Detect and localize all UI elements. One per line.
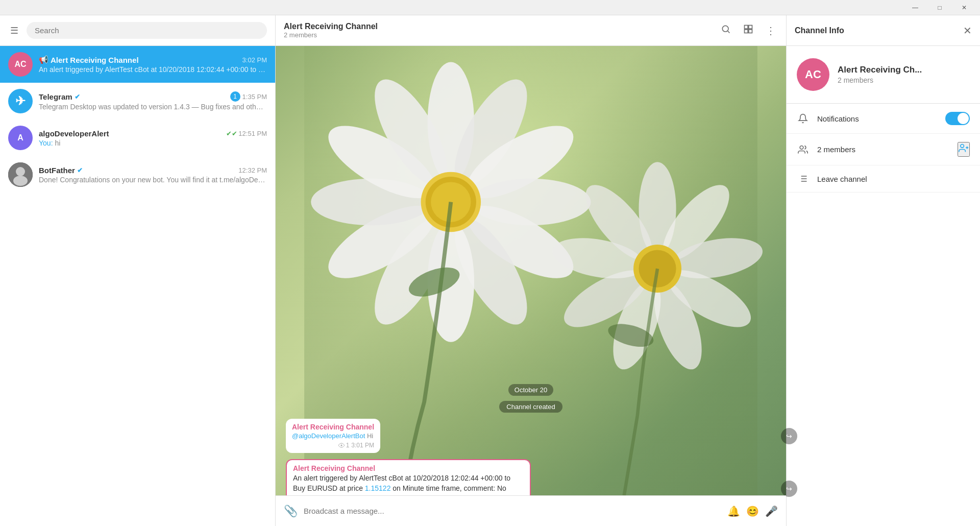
chat-topbar-actions: ⋮ — [719, 22, 778, 39]
close-panel-button[interactable]: ✕ — [963, 25, 972, 37]
close-button[interactable]: ✕ — [952, 0, 976, 15]
message-sender: Alert Receiving Channel — [292, 423, 374, 431]
input-actions: 🔔 😊 🎤 — [727, 505, 778, 517]
channel-created-badge: Channel created — [499, 401, 562, 413]
channel-icon: 📢 — [39, 55, 48, 64]
chat-topbar-info: Alert Receiving Channel 2 members — [284, 22, 378, 39]
message-sender-sub: @algoDeveloperAlertBot Hi — [292, 432, 374, 440]
message-views: 1 — [338, 442, 350, 449]
avatar: A — [8, 126, 33, 150]
chat-header-row: algoDeveloperAlert ✔✔ 12:51 PM — [39, 129, 267, 138]
chat-preview: Done! Congratulations on your new bot. Y… — [39, 176, 267, 184]
double-check-icon: ✔✔ — [226, 130, 237, 137]
members-label: 2 members — [817, 145, 949, 154]
verified-icon: ✔ — [77, 166, 83, 174]
notifications-option[interactable]: Notifications — [787, 104, 980, 134]
avatar: ✈ — [8, 89, 33, 113]
more-options-button[interactable]: ⋮ — [764, 22, 778, 39]
chat-item-telegram[interactable]: ✈ Telegram ✔ 1 1:35 PM Telegram Desktop … — [0, 83, 275, 119]
emoji-button[interactable]: 😊 — [746, 505, 759, 517]
channel-info-profile: AC Alert Receiving Ch... 2 members — [787, 46, 980, 104]
add-member-icon — [959, 143, 969, 153]
app-container: ☰ AC 📢 Alert Receiving Channel 3:02 PM A… — [0, 15, 980, 526]
svg-rect-6 — [749, 26, 752, 29]
bell-icon — [797, 113, 809, 124]
layout-button[interactable] — [741, 22, 755, 39]
forward-button-2[interactable]: ↪ — [781, 481, 797, 497]
message-row-1: Alert Receiving Channel @algoDeveloperAl… — [286, 419, 776, 453]
svg-point-40 — [800, 146, 803, 149]
svg-rect-5 — [745, 26, 748, 29]
chat-info: BotFather ✔ 12:32 PM Done! Congratulatio… — [39, 166, 267, 184]
message-time: 3:01 PM — [351, 442, 374, 449]
chat-input-bar: 📎 🔔 😊 🎤 — [276, 495, 786, 526]
hamburger-button[interactable]: ☰ — [8, 23, 20, 38]
members-svg — [798, 145, 808, 155]
chat-item-algo[interactable]: A algoDeveloperAlert ✔✔ 12:51 PM You: hi — [0, 119, 275, 156]
message-sender: Alert Receiving Channel — [293, 464, 524, 472]
avatar — [8, 162, 33, 187]
channel-info-details: Alert Receiving Ch... 2 members — [838, 65, 922, 84]
svg-point-3 — [722, 26, 728, 32]
attach-button[interactable]: 📎 — [284, 505, 298, 518]
channel-info-header: Channel Info ✕ — [787, 15, 980, 46]
chat-info: algoDeveloperAlert ✔✔ 12:51 PM You: hi — [39, 129, 267, 147]
sidebar: ☰ AC 📢 Alert Receiving Channel 3:02 PM A… — [0, 15, 276, 526]
leave-icon — [797, 174, 809, 184]
list-svg — [798, 174, 808, 184]
chat-header-row: BotFather ✔ 12:32 PM — [39, 166, 267, 175]
chat-topbar-name: Alert Receiving Channel — [284, 22, 378, 31]
svg-point-38 — [340, 445, 342, 446]
chat-item-alert-receiving[interactable]: AC 📢 Alert Receiving Channel 3:02 PM An … — [0, 46, 275, 83]
message-footer: 1 3:01 PM — [292, 442, 374, 449]
leave-channel-label: Leave channel — [817, 175, 970, 183]
svg-line-4 — [728, 31, 730, 33]
chat-preview: An alert triggered by AlertTest cBot at … — [39, 65, 267, 74]
svg-point-35 — [639, 250, 676, 288]
eye-icon — [338, 443, 345, 448]
svg-point-41 — [961, 145, 964, 148]
bell-svg — [798, 113, 808, 124]
chat-header-row: Telegram ✔ 1 1:35 PM — [39, 91, 267, 102]
channel-info-title: Channel Info — [795, 26, 844, 35]
members-icon — [797, 145, 809, 155]
notifications-label: Notifications — [817, 114, 937, 123]
chat-item-botfather[interactable]: BotFather ✔ 12:32 PM Done! Congratulatio… — [0, 156, 275, 193]
notification-input-button[interactable]: 🔔 — [727, 505, 740, 517]
search-button[interactable] — [719, 22, 733, 39]
chat-area: Alert Receiving Channel 2 members ⋮ — [276, 15, 786, 526]
you-label: You: — [39, 139, 55, 147]
date-badge: October 20 — [508, 384, 553, 396]
chat-name: BotFather ✔ — [39, 166, 83, 175]
verified-icon: ✔ — [75, 93, 80, 101]
message-input[interactable] — [304, 507, 721, 515]
maximize-button[interactable]: □ — [928, 0, 951, 15]
layout-icon — [743, 24, 753, 34]
minimize-button[interactable]: — — [903, 0, 927, 15]
svg-point-1 — [16, 167, 25, 176]
titlebar: — □ ✕ — [0, 0, 980, 15]
chat-name: 📢 Alert Receiving Channel — [39, 55, 139, 64]
chat-name: algoDeveloperAlert — [39, 129, 109, 138]
search-input[interactable] — [27, 22, 267, 39]
forward-button-1[interactable]: ↪ — [781, 428, 797, 444]
chat-preview: You: hi — [39, 139, 267, 147]
leave-channel-option[interactable]: Leave channel — [787, 165, 980, 193]
add-member-button[interactable] — [958, 142, 970, 157]
voice-button[interactable]: 🎤 — [765, 505, 778, 517]
channel-info-panel: Channel Info ✕ AC Alert Receiving Ch... … — [786, 15, 980, 526]
notifications-toggle[interactable] — [945, 112, 970, 125]
members-option[interactable]: 2 members — [787, 134, 980, 165]
price-highlight: 1.15122 — [365, 484, 391, 492]
chat-info: Telegram ✔ 1 1:35 PM Telegram Desktop wa… — [39, 91, 267, 111]
sidebar-header: ☰ — [0, 15, 275, 46]
channel-info-name: Alert Receiving Ch... — [838, 65, 922, 75]
search-icon — [721, 24, 731, 34]
chat-time: 3:02 PM — [242, 56, 267, 64]
svg-point-2 — [13, 176, 28, 186]
unread-badge: 1 — [230, 91, 240, 102]
channel-info-avatar: AC — [797, 58, 829, 91]
svg-rect-7 — [745, 30, 748, 33]
message-bubble-1: Alert Receiving Channel @algoDeveloperAl… — [286, 419, 380, 453]
titlebar-controls: — □ ✕ — [903, 0, 976, 15]
